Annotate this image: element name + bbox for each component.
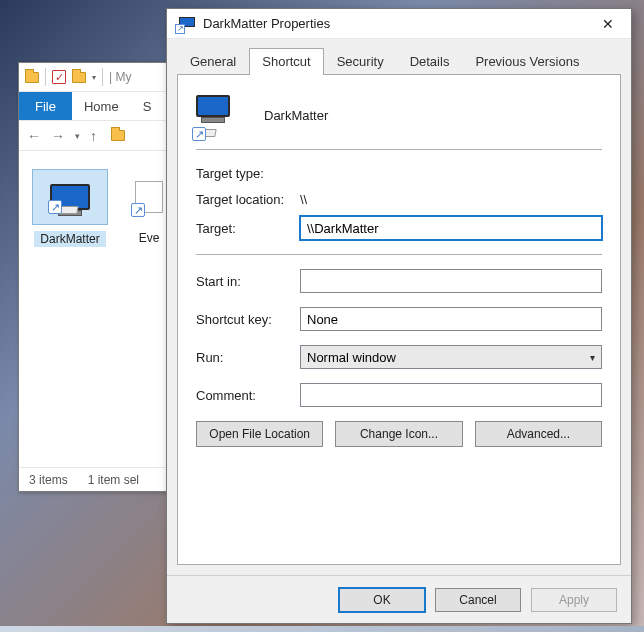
file-icon: ↗: [32, 169, 108, 225]
shortcut-name: DarkMatter: [264, 108, 328, 123]
row-run: Run: Normal window ▾: [196, 345, 602, 369]
tab-details[interactable]: Details: [397, 48, 463, 75]
separator: [196, 149, 602, 150]
header-row: ↗ DarkMatter: [196, 91, 602, 139]
label-run: Run:: [196, 350, 300, 365]
cancel-button[interactable]: Cancel: [435, 588, 521, 612]
file-item-darkmatter[interactable]: ↗ DarkMatter: [27, 169, 113, 247]
row-target-location: Target location: \\: [196, 190, 602, 208]
tab-row: General Shortcut Security Details Previo…: [167, 39, 631, 74]
value-target-location: \\: [300, 192, 307, 207]
computer-shortcut-icon: ↗: [50, 184, 90, 210]
close-icon: ✕: [602, 16, 614, 32]
desktop-strip: [0, 626, 644, 632]
change-icon-button[interactable]: Change Icon...: [335, 421, 462, 447]
tab-shortcut[interactable]: Shortcut: [249, 48, 323, 75]
start-in-input[interactable]: [300, 269, 602, 293]
comment-input[interactable]: [300, 383, 602, 407]
tab-previous-versions[interactable]: Previous Versions: [462, 48, 592, 75]
tab-general[interactable]: General: [177, 48, 249, 75]
status-item-count: 3 items: [29, 473, 68, 487]
target-input[interactable]: [300, 216, 602, 240]
ribbon-tab-share[interactable]: S: [131, 92, 164, 120]
dialog-title: DarkMatter Properties: [203, 16, 577, 31]
file-label: DarkMatter: [34, 231, 105, 247]
ribbon-tab-home[interactable]: Home: [72, 92, 131, 120]
properties-dialog: ↗ DarkMatter Properties ✕ General Shortc…: [166, 8, 632, 624]
file-icon: ↗: [131, 169, 167, 225]
explorer-window: ✓ ▾ | My File Home S ← → ▾ ↑ ↗ DarkMatte…: [18, 62, 178, 492]
nav-back-icon[interactable]: ←: [27, 128, 41, 144]
row-shortcut-key: Shortcut key:: [196, 307, 602, 331]
row-comment: Comment:: [196, 383, 602, 407]
computer-shortcut-icon: ↗: [196, 95, 240, 135]
separator: [196, 254, 602, 255]
dialog-titlebar[interactable]: ↗ DarkMatter Properties ✕: [167, 9, 631, 39]
explorer-nav-bar: ← → ▾ ↑: [19, 121, 177, 151]
mid-button-row: Open File Location Change Icon... Advanc…: [196, 421, 602, 447]
label-comment: Comment:: [196, 388, 300, 403]
run-select[interactable]: Normal window ▾: [300, 345, 602, 369]
explorer-title-text: | My: [109, 70, 131, 84]
run-select-value: Normal window: [307, 350, 396, 365]
titlebar-divider: [102, 68, 103, 86]
open-file-location-button[interactable]: Open File Location: [196, 421, 323, 447]
folder-icon: [72, 72, 86, 83]
dialog-button-row: OK Cancel Apply: [167, 575, 631, 623]
tab-panel-shortcut: ↗ DarkMatter Target type: Target locatio…: [177, 74, 621, 565]
explorer-status-bar: 3 items 1 item sel: [19, 467, 177, 491]
titlebar-divider: [45, 68, 46, 86]
row-target-type: Target type:: [196, 164, 602, 182]
nav-recent-caret-icon[interactable]: ▾: [75, 131, 80, 141]
status-selected-count: 1 item sel: [88, 473, 139, 487]
advanced-button[interactable]: Advanced...: [475, 421, 602, 447]
check-icon: ✓: [52, 70, 66, 84]
dropdown-caret-icon[interactable]: ▾: [92, 73, 96, 82]
explorer-titlebar: ✓ ▾ | My: [19, 63, 177, 91]
nav-up-icon[interactable]: ↑: [90, 128, 97, 144]
folder-icon[interactable]: [111, 130, 125, 141]
row-target: Target:: [196, 216, 602, 240]
generic-shortcut-icon: ↗: [135, 181, 163, 213]
folder-icon: [25, 72, 39, 83]
nav-forward-icon[interactable]: →: [51, 128, 65, 144]
shortcut-key-input[interactable]: [300, 307, 602, 331]
label-start-in: Start in:: [196, 274, 300, 289]
tab-security[interactable]: Security: [324, 48, 397, 75]
explorer-ribbon: File Home S: [19, 91, 177, 121]
label-shortcut-key: Shortcut key:: [196, 312, 300, 327]
label-target: Target:: [196, 221, 300, 236]
apply-button[interactable]: Apply: [531, 588, 617, 612]
computer-shortcut-icon: ↗: [177, 17, 195, 31]
ok-button[interactable]: OK: [339, 588, 425, 612]
file-menu-tab[interactable]: File: [19, 92, 72, 120]
chevron-down-icon: ▾: [590, 352, 595, 363]
file-label: Eve: [139, 231, 160, 245]
close-button[interactable]: ✕: [585, 9, 631, 39]
row-start-in: Start in:: [196, 269, 602, 293]
label-target-location: Target location:: [196, 192, 300, 207]
explorer-content[interactable]: ↗ DarkMatter ↗ Eve: [19, 151, 177, 467]
file-item-eve[interactable]: ↗ Eve: [131, 169, 167, 245]
label-target-type: Target type:: [196, 166, 300, 181]
